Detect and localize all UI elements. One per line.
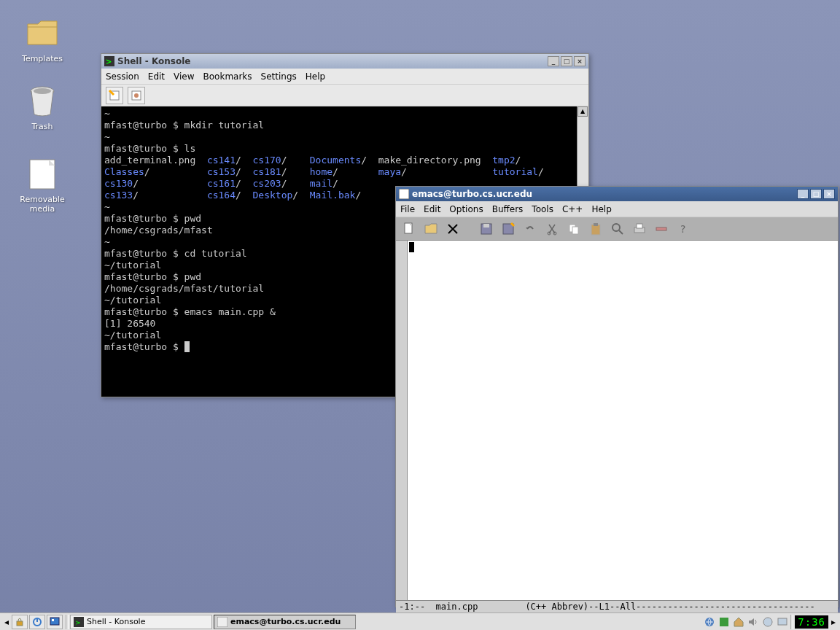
folder-icon	[25, 16, 60, 51]
menu-edit[interactable]: Edit	[148, 71, 165, 82]
desktop-icon-label: Trash	[13, 122, 71, 131]
close-button[interactable]: ×	[574, 56, 586, 66]
desktop-icon-templates[interactable]: Templates	[13, 16, 71, 63]
taskbar-item-konsole[interactable]: > Shell - Konsole	[70, 615, 212, 629]
menu-help[interactable]: Help	[591, 204, 611, 214]
desktop-icon-trash[interactable]: Trash	[13, 84, 71, 131]
emacs-fringe	[396, 241, 408, 600]
svg-text:?: ?	[680, 223, 685, 235]
emacs-menubar: File Edit Options Buffers Tools C++ Help	[396, 201, 838, 217]
taskbar-item-emacs[interactable]: emacs@turbo.cs.ucr.edu	[214, 615, 356, 629]
task-label: Shell - Konsole	[87, 617, 145, 626]
menu-settings[interactable]: Settings	[261, 71, 297, 82]
desktop-icon-removable[interactable]: Removable media	[7, 157, 77, 214]
new-tab-button[interactable]	[106, 87, 123, 104]
undo-icon[interactable]	[521, 220, 539, 238]
taskbar: ◂ > Shell - Konsole emacs@turbo.cs.ucr.e…	[0, 612, 840, 630]
tab-list-button[interactable]	[128, 87, 145, 104]
separator	[66, 615, 69, 629]
window-title: Shell - Konsole	[117, 56, 548, 66]
emacs-app-icon	[399, 189, 409, 199]
panel-arrow-left[interactable]: ◂	[1, 617, 12, 627]
menu-buffers[interactable]: Buffers	[492, 204, 524, 214]
menu-bookmarks[interactable]: Bookmarks	[203, 71, 252, 82]
menu-options[interactable]: Options	[449, 204, 483, 214]
cut-icon[interactable]	[543, 220, 561, 238]
maximize-button[interactable]: □	[810, 189, 822, 199]
removable-media-icon	[25, 157, 60, 192]
clock[interactable]: 7:36	[795, 615, 828, 629]
emacs-toolbar: ?	[396, 217, 838, 241]
svg-rect-17	[591, 225, 600, 235]
close-icon[interactable]	[444, 220, 462, 238]
lock-screen-button[interactable]	[12, 615, 28, 629]
separator	[790, 615, 793, 629]
close-button[interactable]: ×	[823, 189, 835, 199]
minimize-button[interactable]: _	[797, 189, 809, 199]
svg-rect-30	[217, 617, 228, 627]
network-icon[interactable]	[703, 615, 716, 629]
konsole-menubar: Session Edit View Bookmarks Settings Hel…	[101, 69, 588, 85]
maximize-button[interactable]: □	[561, 56, 572, 66]
volume-icon[interactable]	[747, 615, 760, 629]
emacs-window[interactable]: emacs@turbo.cs.ucr.edu _ □ × File Edit O…	[395, 186, 839, 607]
emacs-editor-area[interactable]	[408, 241, 838, 600]
desktop-icon-label: Templates	[13, 54, 71, 63]
window-title: emacs@turbo.cs.ucr.edu	[412, 189, 797, 199]
save-icon[interactable]	[478, 220, 495, 238]
search-icon[interactable]	[609, 220, 626, 238]
emacs-icon	[217, 617, 228, 627]
svg-rect-21	[637, 224, 642, 228]
klipper-icon[interactable]	[718, 615, 731, 629]
menu-view[interactable]: View	[174, 71, 194, 82]
updater-icon[interactable]	[761, 615, 774, 629]
svg-point-7	[134, 93, 139, 98]
open-file-icon[interactable]	[422, 220, 440, 238]
system-tray	[703, 615, 789, 629]
svg-rect-26	[50, 618, 59, 625]
svg-rect-8	[399, 189, 409, 199]
text-cursor	[409, 242, 414, 252]
display-icon[interactable]	[776, 615, 789, 629]
konsole-app-icon: >	[104, 56, 114, 66]
menu-cpp[interactable]: C++	[562, 204, 583, 214]
menu-file[interactable]: File	[400, 204, 415, 214]
konsole-toolbar	[101, 85, 588, 106]
svg-rect-22	[656, 228, 666, 230]
emacs-titlebar[interactable]: emacs@turbo.cs.ucr.edu _ □ ×	[396, 187, 838, 201]
panel-arrow-right[interactable]: ▸	[828, 617, 839, 627]
menu-edit[interactable]: Edit	[424, 204, 440, 214]
show-desktop-button[interactable]	[47, 615, 63, 629]
konsole-titlebar[interactable]: > Shell - Konsole _ □ ×	[101, 54, 588, 69]
logout-button[interactable]	[29, 615, 45, 629]
svg-rect-32	[720, 618, 728, 626]
menu-tools[interactable]: Tools	[532, 204, 553, 214]
svg-point-19	[612, 224, 620, 231]
svg-rect-34	[778, 618, 787, 625]
print-icon[interactable]	[631, 220, 648, 238]
svg-rect-24	[17, 621, 23, 626]
svg-rect-16	[572, 227, 578, 234]
svg-rect-18	[594, 223, 598, 226]
svg-point-1	[34, 88, 51, 94]
minimize-button[interactable]: _	[548, 56, 559, 66]
home-icon[interactable]	[732, 615, 745, 629]
save-as-icon[interactable]	[499, 220, 517, 238]
help-icon[interactable]: ?	[674, 220, 692, 238]
new-file-icon[interactable]	[400, 220, 418, 238]
svg-text:>: >	[75, 619, 81, 626]
menu-session[interactable]: Session	[106, 71, 139, 82]
emacs-modeline: -1:-- main.cpp (C++ Abbrev)--L1--All----…	[396, 600, 838, 612]
svg-rect-12	[503, 224, 513, 234]
desktop-icon-label: Removable media	[7, 195, 77, 214]
paste-icon[interactable]	[587, 220, 604, 238]
svg-rect-27	[52, 619, 54, 621]
menu-help[interactable]: Help	[306, 71, 325, 82]
svg-rect-11	[483, 224, 489, 228]
svg-text:>: >	[106, 58, 112, 66]
trash-icon	[25, 84, 60, 119]
copy-icon[interactable]	[565, 220, 583, 238]
scroll-up-button[interactable]: ▲	[578, 106, 588, 117]
konsole-icon: >	[74, 617, 84, 627]
customize-icon[interactable]	[653, 220, 670, 238]
